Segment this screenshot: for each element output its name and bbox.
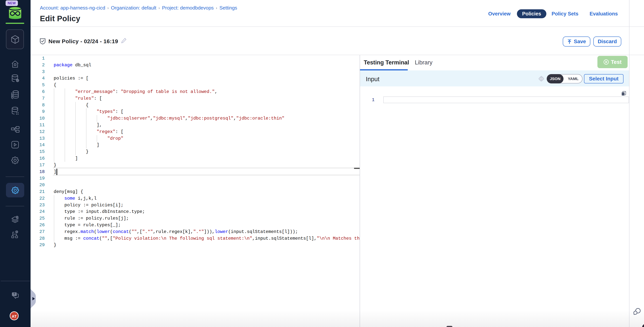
- svg-text:?: ?: [14, 292, 15, 296]
- svg-text:</>: </>: [540, 77, 543, 80]
